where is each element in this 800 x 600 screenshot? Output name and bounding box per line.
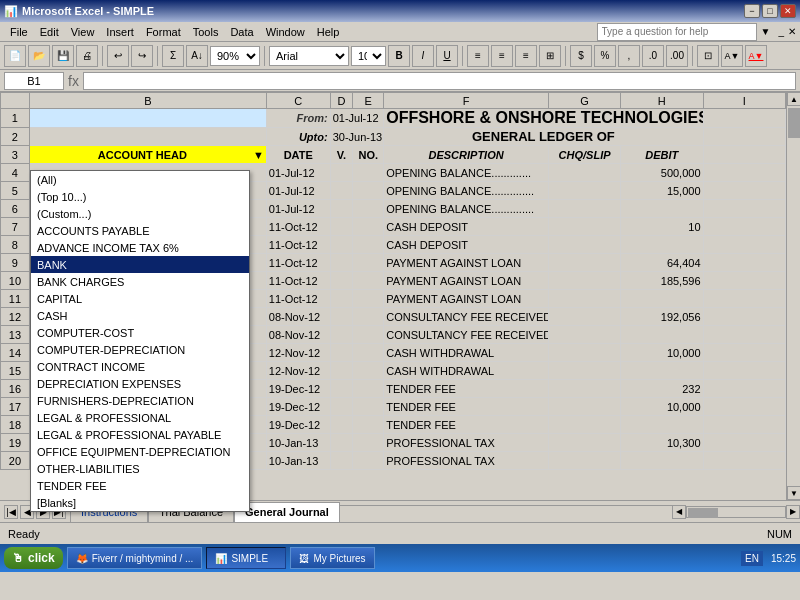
fontsize-select[interactable]: 10812 xyxy=(351,46,386,66)
dropdown-item-legalpay[interactable]: LEGAL & PROFESSIONAL PAYABLE xyxy=(31,426,249,443)
open-button[interactable]: 📂 xyxy=(28,45,50,67)
dropdown-item-ap[interactable]: ACCOUNTS PAYABLE xyxy=(31,222,249,239)
save-button[interactable]: 💾 xyxy=(52,45,74,67)
hscroll-thumb[interactable] xyxy=(688,508,718,518)
align-center[interactable]: ≡ xyxy=(491,45,513,67)
menu-data[interactable]: Data xyxy=(224,24,259,40)
dropdown-item-depreciation[interactable]: DEPRECIATION EXPENSES xyxy=(31,375,249,392)
dropdown-item-otherliab[interactable]: OTHER-LIABILITIES xyxy=(31,460,249,477)
underline-button[interactable]: U xyxy=(436,45,458,67)
dropdown-item-contractincome[interactable]: CONTRACT INCOME xyxy=(31,358,249,375)
dropdown-arrow[interactable]: ▼ xyxy=(253,149,264,161)
name-box[interactable] xyxy=(4,72,64,90)
hscroll-left-btn[interactable]: ◀ xyxy=(672,505,686,519)
menu-help[interactable]: Help xyxy=(311,24,346,40)
dropdown-item-custom[interactable]: (Custom...) xyxy=(31,205,249,222)
cell-d2[interactable]: 30-Jun-13 xyxy=(330,128,384,146)
dropdown-item-ait[interactable]: ADVANCE INCOME TAX 6% xyxy=(31,239,249,256)
sigma-button[interactable]: Σ xyxy=(162,45,184,67)
cell-b3[interactable]: ACCOUNT HEAD ▼ xyxy=(29,146,266,164)
print-button[interactable]: 🖨 xyxy=(76,45,98,67)
dropdown-item-capital[interactable]: CAPITAL xyxy=(31,290,249,307)
help-close[interactable]: ✕ xyxy=(788,26,796,37)
minimize-button[interactable]: − xyxy=(744,4,760,18)
formula-input[interactable] xyxy=(83,72,796,90)
dropdown-item-furnishers[interactable]: FURNISHERS-DEPRECIATION xyxy=(31,392,249,409)
col-header-i[interactable]: I xyxy=(703,93,785,109)
col-header-b[interactable]: B xyxy=(29,93,266,109)
menu-tools[interactable]: Tools xyxy=(187,24,225,40)
align-right[interactable]: ≡ xyxy=(515,45,537,67)
comma-button[interactable]: , xyxy=(618,45,640,67)
cell-c3[interactable]: DATE xyxy=(266,146,330,164)
cell-c2[interactable]: Upto: xyxy=(266,128,330,146)
cell-d1[interactable]: 01-Jul-12 xyxy=(330,109,384,128)
dropdown-item-computercost[interactable]: COMPUTER-COST xyxy=(31,324,249,341)
help-search[interactable] xyxy=(597,23,757,41)
menu-edit[interactable]: Edit xyxy=(34,24,65,40)
zoom-select[interactable]: 90%100%75% xyxy=(210,46,260,66)
hscroll-track[interactable] xyxy=(686,506,786,518)
dropdown-item-all[interactable]: (All) xyxy=(31,171,249,188)
dropdown-item-cash[interactable]: CASH xyxy=(31,307,249,324)
menu-window[interactable]: Window xyxy=(260,24,311,40)
maximize-button[interactable]: □ xyxy=(762,4,778,18)
cell-b2[interactable] xyxy=(29,128,266,146)
scroll-up-btn[interactable]: ▲ xyxy=(787,92,800,106)
dropdown-item-bank[interactable]: BANK xyxy=(31,256,249,273)
start-icon: 🖱 xyxy=(12,551,24,565)
cell-i1 xyxy=(703,109,785,128)
fill-color-button[interactable]: A▼ xyxy=(721,45,743,67)
italic-button[interactable]: I xyxy=(412,45,434,67)
dropdown-item-office[interactable]: OFFICE EQUIPMENT-DEPRECIATION xyxy=(31,443,249,460)
taskbar-pictures[interactable]: 🖼 My Pictures xyxy=(290,547,374,569)
col-header-h[interactable]: H xyxy=(621,93,703,109)
help-minimize[interactable]: _ xyxy=(778,26,784,37)
menu-insert[interactable]: Insert xyxy=(100,24,140,40)
align-left[interactable]: ≡ xyxy=(467,45,489,67)
decrease-decimal[interactable]: .0 xyxy=(642,45,664,67)
bold-button[interactable]: B xyxy=(388,45,410,67)
scroll-thumb[interactable] xyxy=(788,108,800,138)
hscroll-right-btn[interactable]: ▶ xyxy=(786,505,800,519)
dropdown-item-legal[interactable]: LEGAL & PROFESSIONAL xyxy=(31,409,249,426)
close-button[interactable]: ✕ xyxy=(780,4,796,18)
col-header-g[interactable]: G xyxy=(549,93,621,109)
increase-decimal[interactable]: .00 xyxy=(666,45,688,67)
col-header-f[interactable]: F xyxy=(384,93,549,109)
cell-c1[interactable]: From: xyxy=(266,109,330,128)
sort-az-button[interactable]: A↓ xyxy=(186,45,208,67)
account-dropdown[interactable]: (All) (Top 10...) (Custom...) ACCOUNTS P… xyxy=(30,170,250,512)
percent-button[interactable]: % xyxy=(594,45,616,67)
menu-view[interactable]: View xyxy=(65,24,101,40)
dropdown-item-tender[interactable]: TENDER FEE xyxy=(31,477,249,494)
border-button[interactable]: ⊡ xyxy=(697,45,719,67)
cell-b1[interactable] xyxy=(29,109,266,128)
new-button[interactable]: 📄 xyxy=(4,45,26,67)
col-header-d[interactable]: D xyxy=(330,93,353,109)
tab-first-btn[interactable]: |◀ xyxy=(4,505,18,519)
dropdown-item-top10[interactable]: (Top 10...) xyxy=(31,188,249,205)
taskbar-fiverr[interactable]: 🦊 Fiverr / mightymind / ... xyxy=(67,547,203,569)
undo-button[interactable]: ↩ xyxy=(107,45,129,67)
merge-button[interactable]: ⊞ xyxy=(539,45,561,67)
col-header-e[interactable]: E xyxy=(353,93,384,109)
taskbar-simple[interactable]: 📊 SIMPLE xyxy=(206,547,286,569)
redo-button[interactable]: ↪ xyxy=(131,45,153,67)
col-header-c[interactable]: C xyxy=(266,93,330,109)
menu-file[interactable]: File xyxy=(4,24,34,40)
scroll-track[interactable] xyxy=(787,106,800,486)
help-arrow[interactable]: ▼ xyxy=(761,26,771,37)
scroll-down-btn[interactable]: ▼ xyxy=(787,486,800,500)
menu-format[interactable]: Format xyxy=(140,24,187,40)
cell-e3[interactable]: NO. xyxy=(353,146,384,164)
vertical-scrollbar[interactable]: ▲ ▼ xyxy=(786,92,800,500)
start-button[interactable]: 🖱 click xyxy=(4,547,63,569)
font-select[interactable]: Arial xyxy=(269,46,349,66)
dropdown-item-bankcharges[interactable]: BANK CHARGES xyxy=(31,273,249,290)
dropdown-item-blanks[interactable]: [Blanks] xyxy=(31,494,249,511)
font-color-button[interactable]: A▼ xyxy=(745,45,767,67)
dropdown-item-computerdep[interactable]: COMPUTER-DEPRECIATION xyxy=(31,341,249,358)
cell-d3[interactable]: V. xyxy=(330,146,353,164)
currency-button[interactable]: $ xyxy=(570,45,592,67)
